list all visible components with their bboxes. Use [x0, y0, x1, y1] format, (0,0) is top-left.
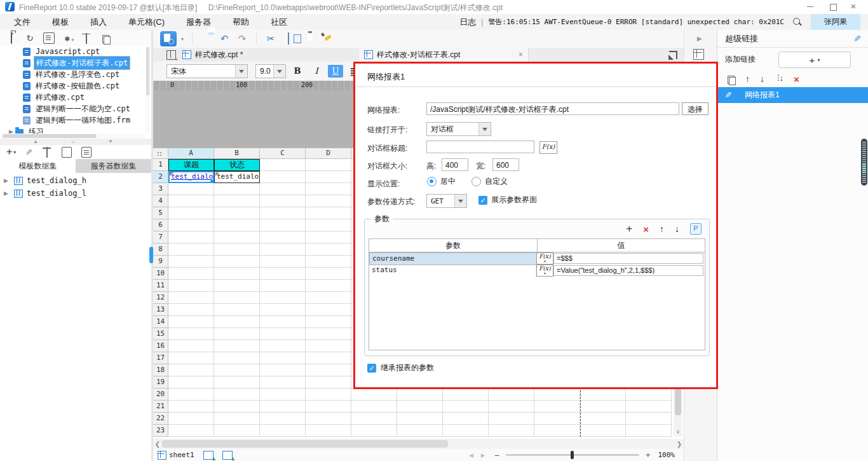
- cell-B5[interactable]: [214, 207, 260, 219]
- cell-A20[interactable]: [168, 389, 214, 401]
- add-dataset-button[interactable]: + ▾: [6, 146, 16, 158]
- menu-item-4[interactable]: 单元格(C): [128, 17, 165, 28]
- zoom-in-button[interactable]: +: [646, 450, 651, 460]
- report-path-input[interactable]: /JavaScript测试/样式修改-对话框子表.cpt: [426, 102, 679, 115]
- position-custom-option[interactable]: 自定义: [471, 176, 508, 187]
- paste-icon[interactable]: [299, 32, 313, 45]
- cell-J21[interactable]: [580, 401, 626, 413]
- row-header-9[interactable]: 9: [153, 256, 168, 268]
- method-select[interactable]: GET: [426, 194, 467, 208]
- cell-A9[interactable]: [168, 256, 214, 268]
- cell-D10[interactable]: [306, 268, 351, 280]
- cell-attributes-icon[interactable]: [693, 49, 704, 60]
- close-button[interactable]: ×: [844, 0, 863, 14]
- bold-button[interactable]: B: [290, 65, 305, 78]
- move-down-icon[interactable]: ↓: [760, 74, 764, 84]
- row-header-2[interactable]: 2: [153, 171, 168, 183]
- scroll-down-icon[interactable]: ∨: [674, 427, 682, 437]
- cell-D6[interactable]: [306, 219, 351, 231]
- collapse-down-icon[interactable]: ▼: [108, 139, 113, 145]
- cell-C22[interactable]: [260, 413, 306, 425]
- cell-B1[interactable]: 状态: [214, 159, 260, 171]
- cell-G20[interactable]: [443, 389, 489, 401]
- cell-B14[interactable]: [214, 316, 260, 328]
- cell-H22[interactable]: [489, 413, 534, 425]
- cell-D19[interactable]: [306, 376, 351, 389]
- formula-dropdown-button[interactable]: F(x): [536, 252, 553, 265]
- tree-item-5[interactable]: 样式修改.cpt: [0, 92, 145, 103]
- tree-item-4[interactable]: 样式修改-按钮颜色.cpt: [0, 80, 145, 92]
- column-header-B[interactable]: B: [214, 148, 260, 159]
- delete-dataset-icon[interactable]: [42, 147, 52, 157]
- cell-G22[interactable]: [443, 413, 489, 425]
- cell-B15[interactable]: [214, 328, 260, 340]
- column-header-A[interactable]: A: [168, 148, 214, 159]
- cell-F20[interactable]: [397, 389, 443, 401]
- cell-A3[interactable]: [168, 183, 214, 195]
- preview-caret-icon[interactable]: ▾: [178, 36, 187, 42]
- cell-B6[interactable]: [214, 219, 260, 231]
- dialog-title-input[interactable]: [426, 141, 534, 153]
- cell-J20[interactable]: [580, 389, 626, 401]
- file-tree-horizontal-scrollbar[interactable]: [1, 134, 145, 139]
- cell-C11[interactable]: [260, 280, 306, 292]
- delete-parameter-icon[interactable]: ×: [643, 224, 649, 235]
- cell-C18[interactable]: [260, 364, 306, 376]
- column-header-D[interactable]: D: [306, 148, 351, 159]
- cell-D18[interactable]: [306, 364, 351, 376]
- parameter-row-1[interactable]: coursenameF(x)=$$$: [369, 252, 705, 265]
- cell-B22[interactable]: [214, 413, 260, 425]
- cell-D17[interactable]: [306, 352, 351, 364]
- row-header-5[interactable]: 5: [153, 207, 168, 219]
- duplicate-icon[interactable]: [100, 33, 110, 43]
- cell-E21[interactable]: [351, 401, 397, 413]
- cell-C10[interactable]: [260, 268, 306, 280]
- cell-F21[interactable]: [397, 401, 443, 413]
- sheet-nav-right-icon[interactable]: ▶: [481, 452, 485, 458]
- cell-D4[interactable]: [306, 195, 351, 207]
- edit-dataset-icon[interactable]: ✎: [25, 148, 32, 157]
- expand-right-icon[interactable]: ▶: [9, 128, 15, 134]
- menu-item-3[interactable]: 插入: [90, 17, 107, 28]
- cell-A22[interactable]: [168, 413, 214, 425]
- search-icon[interactable]: [792, 17, 802, 27]
- cell-B17[interactable]: [214, 352, 260, 364]
- tree-item-7[interactable]: 逻辑判断一一循环地图.frm: [0, 114, 145, 126]
- refresh-icon[interactable]: ↻: [25, 33, 35, 43]
- formula-button[interactable]: F(x): [539, 141, 557, 154]
- panel-splitter[interactable]: ▲ = ▼: [0, 139, 151, 145]
- move-parameter-down-icon[interactable]: ↓: [675, 224, 679, 234]
- tree-item-8[interactable]: ▶练习: [0, 126, 145, 134]
- cell-C1[interactable]: [260, 159, 306, 171]
- param-value-cell[interactable]: =$$$: [553, 253, 703, 264]
- sort-icon[interactable]: [775, 74, 783, 83]
- cell-D16[interactable]: [306, 340, 351, 352]
- cell-E22[interactable]: [351, 413, 397, 425]
- cell-C5[interactable]: [260, 207, 306, 219]
- height-input[interactable]: 400: [442, 158, 468, 171]
- preview-dataset-icon[interactable]: [62, 147, 72, 158]
- cell-C15[interactable]: [260, 328, 306, 340]
- cell-A2[interactable]: test_dialo: [168, 171, 214, 183]
- cell-E23[interactable]: [351, 425, 397, 437]
- cell-A10[interactable]: [168, 268, 214, 280]
- row-header-4[interactable]: 4: [153, 195, 168, 207]
- cell-D9[interactable]: [306, 256, 351, 268]
- doc-tab-1[interactable]: 样式修改.cpt *×: [177, 48, 370, 62]
- cell-B12[interactable]: [214, 292, 260, 304]
- cell-B8[interactable]: [214, 244, 260, 256]
- cell-B11[interactable]: [214, 280, 260, 292]
- new-template-icon[interactable]: [166, 50, 176, 60]
- cell-D21[interactable]: [306, 401, 351, 413]
- cell-K21[interactable]: [626, 401, 672, 413]
- cell-A6[interactable]: [168, 219, 214, 231]
- cell-A14[interactable]: [168, 316, 214, 328]
- cell-B2[interactable]: test_dialo: [214, 171, 260, 183]
- cell-D12[interactable]: [306, 292, 351, 304]
- format-painter-icon[interactable]: [317, 32, 331, 45]
- cell-K23[interactable]: [626, 425, 672, 437]
- cell-I22[interactable]: [534, 413, 580, 425]
- cell-E20[interactable]: [351, 389, 397, 401]
- tree-item-2[interactable]: 样式修改-对话框子表.cpt: [0, 57, 145, 69]
- parameter-row-2[interactable]: statusF(x)=Value("test_dialog_h",2,1,$$$…: [369, 265, 705, 277]
